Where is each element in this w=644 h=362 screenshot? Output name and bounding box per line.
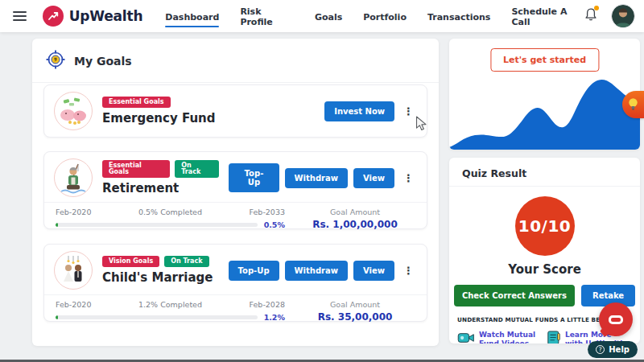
help-button[interactable]: ? Help (588, 341, 638, 358)
quiz-result-title: Quiz Result (449, 158, 640, 187)
top-up-button[interactable]: Top-Up (229, 163, 279, 192)
brand-name: UpWealth (69, 8, 143, 24)
withdraw-button[interactable]: Withdraw (285, 168, 348, 188)
user-avatar[interactable] (612, 5, 634, 27)
view-button[interactable]: View (353, 261, 394, 281)
invest-now-button[interactable]: Invest Now (324, 101, 394, 121)
app-root: UpWealth Dashboard Risk Profile Goals Po… (0, 0, 644, 362)
top-navigation-bar: UpWealth Dashboard Risk Profile Goals Po… (0, 0, 644, 32)
get-started-card: Let's get started (449, 39, 640, 150)
emergency-fund-illustration (54, 92, 93, 130)
question-mark-icon: ? (596, 345, 605, 354)
goal-amount-value: Rs. 1,00,00,000 (295, 219, 415, 230)
progress-percent: 0.5% (264, 220, 285, 229)
nav-risk-profile[interactable]: Risk Profile (240, 2, 294, 31)
goal-title: Retirement (102, 181, 219, 195)
category-badge: Essential Goals (102, 97, 171, 108)
withdraw-button[interactable]: Withdraw (285, 261, 348, 281)
end-date: Feb-2033 (250, 208, 285, 216)
retirement-illustration (54, 158, 93, 197)
goal-amount-label: Goal Amount (295, 208, 415, 216)
video-camera-icon (457, 331, 475, 343)
goal-title: Child's Marriage (102, 270, 213, 285)
nav-dashboard[interactable]: Dashboard (165, 7, 219, 26)
my-goals-header: My Goals (32, 39, 439, 83)
goal-card-retirement: Essential Goals On Track Retirement Top-… (43, 151, 427, 229)
progress-bar (56, 315, 258, 319)
goal-title: Emergency Fund (102, 111, 216, 125)
header-right (584, 5, 644, 27)
category-badge: Essential Goals (102, 160, 170, 178)
end-date: Feb-2028 (250, 300, 285, 309)
notification-bell-icon[interactable] (584, 7, 597, 25)
kebab-menu-icon[interactable]: ⋮ (400, 265, 417, 277)
watch-mutual-fund-videos-link[interactable]: Watch Mutual Fund Videos (457, 330, 540, 343)
upwealth-logo-icon (43, 6, 64, 27)
view-button[interactable]: View (353, 168, 394, 188)
kebab-menu-icon[interactable]: ⋮ (400, 105, 417, 117)
top-up-button[interactable]: Top-Up (229, 261, 279, 281)
goal-amount-value: Rs. 35,00,000 (295, 311, 415, 323)
tips-lightbulb-tab[interactable] (622, 91, 644, 118)
main-nav: Dashboard Risk Profile Goals Portfolio T… (165, 2, 584, 31)
status-badge: On Track (175, 160, 219, 178)
chat-message-icon (609, 315, 623, 324)
start-date: Feb-2020 (56, 208, 91, 216)
document-scroll-icon (547, 330, 561, 343)
your-score-label: Your Score (449, 262, 640, 277)
nav-goals[interactable]: Goals (315, 7, 342, 26)
my-goals-panel: My Goals Essen (32, 39, 439, 346)
progress-bar (56, 223, 258, 227)
growth-area-chart (449, 69, 640, 150)
status-badge: On Track (164, 256, 208, 267)
lets-get-started-button[interactable]: Let's get started (490, 48, 599, 72)
nav-schedule-a-call[interactable]: Schedule A Call (511, 2, 584, 31)
kebab-menu-icon[interactable]: ⋮ (400, 172, 417, 184)
progress-percent: 1.2% (264, 313, 285, 322)
goal-card-childs-marriage: Vision Goals On Track Child's Marriage T… (43, 244, 427, 322)
completed-text: 1.2% Completed (138, 300, 202, 309)
childs-marriage-illustration (54, 251, 93, 290)
nav-portfolio[interactable]: Portfolio (363, 7, 407, 26)
goals-target-icon (45, 49, 66, 73)
nav-transactions[interactable]: Transactions (427, 7, 490, 26)
brand-logo[interactable]: UpWealth (43, 6, 143, 27)
hamburger-menu-icon[interactable] (13, 9, 27, 23)
panel-title: My Goals (74, 55, 132, 68)
goal-card-emergency-fund: Essential Goals Emergency Fund Invest No… (43, 84, 427, 138)
category-badge: Vision Goals (102, 256, 159, 267)
quiz-score-circle: 10/10 (515, 196, 575, 256)
notification-dot (594, 6, 599, 10)
check-correct-answers-button[interactable]: Check Correct Answers (454, 285, 575, 306)
chat-widget-button[interactable] (599, 302, 633, 336)
goal-amount-label: Goal Amount (295, 300, 415, 309)
start-date: Feb-2020 (56, 300, 91, 309)
completed-text: 0.5% Completed (138, 208, 202, 216)
